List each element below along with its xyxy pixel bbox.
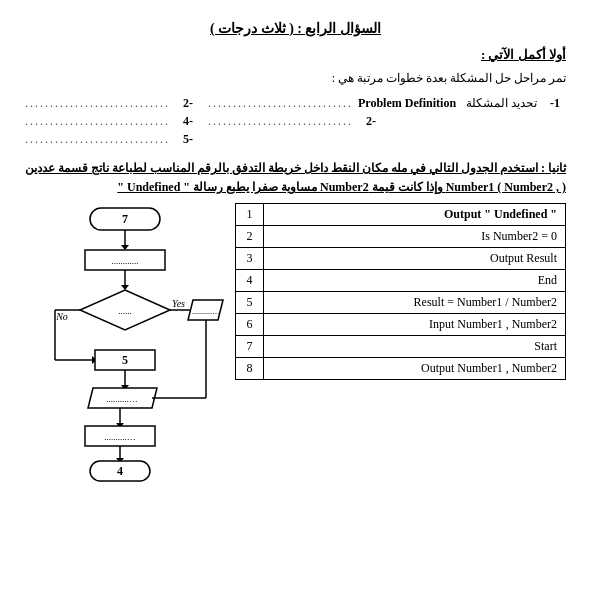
row-number: 7 xyxy=(236,336,264,358)
row-text: Output Number1 , Number2 xyxy=(264,358,566,380)
row-text: Input Number1 , Number2 xyxy=(264,314,566,336)
row-number: 4 xyxy=(236,270,264,292)
svg-text:4: 4 xyxy=(117,464,123,478)
content-area: 7 ............ ...... Yes No ..........… xyxy=(25,203,566,487)
table-row: 1Output " Undefined " xyxy=(236,204,566,226)
row-text: Output " Undefined " xyxy=(264,204,566,226)
svg-text:..........…: ..........… xyxy=(192,307,220,316)
svg-text:............: ............ xyxy=(112,256,139,266)
table-row: 6Input Number1 , Number2 xyxy=(236,314,566,336)
row-text: Start xyxy=(264,336,566,358)
svg-text:......: ...... xyxy=(118,306,132,316)
table-row: 7Start xyxy=(236,336,566,358)
svg-text:Yes: Yes xyxy=(172,298,185,309)
row-text: End xyxy=(264,270,566,292)
table-row: 5Result = Number1 / Number2 xyxy=(236,292,566,314)
step-3: -5 ............................. xyxy=(25,132,566,147)
row-text: Output Result xyxy=(264,248,566,270)
second-title: ثانيا : استخدم الجدول التالي في مله مكان… xyxy=(25,159,566,197)
row-number: 5 xyxy=(236,292,264,314)
svg-text:..........…: ..........… xyxy=(106,394,138,404)
row-number: 2 xyxy=(236,226,264,248)
step-1: 1- تحديد المشكلة Problem Definition ....… xyxy=(25,96,566,111)
svg-text:..........…: ..........… xyxy=(104,432,136,442)
row-text: Result = Number1 / Number2 xyxy=(264,292,566,314)
table-row: 8Output Number1 , Number2 xyxy=(236,358,566,380)
row-number: 3 xyxy=(236,248,264,270)
flowchart: 7 ............ ...... Yes No ..........… xyxy=(25,203,225,487)
algorithm-table: 1Output " Undefined "2Is Number2 = 03Out… xyxy=(235,203,566,380)
table-row: 4End xyxy=(236,270,566,292)
section1-title: أولا أكمل الآتي : xyxy=(25,47,566,63)
svg-text:7: 7 xyxy=(122,212,128,226)
step-2: -2 ............................. -4 ....… xyxy=(25,114,566,129)
row-number: 8 xyxy=(236,358,264,380)
svg-text:5: 5 xyxy=(122,353,128,367)
row-text: Is Number2 = 0 xyxy=(264,226,566,248)
table-row: 3Output Result xyxy=(236,248,566,270)
main-title: السؤال الرابع : ( ثلاث درجات ) xyxy=(25,20,566,37)
row-number: 6 xyxy=(236,314,264,336)
svg-text:No: No xyxy=(55,311,68,322)
steps-list: 1- تحديد المشكلة Problem Definition ....… xyxy=(25,96,566,147)
table-area: 1Output " Undefined "2Is Number2 = 03Out… xyxy=(235,203,566,487)
intro-text: تمر مراحل حل المشكلة بعدة خطوات مرتبة هي… xyxy=(25,71,566,86)
row-number: 1 xyxy=(236,204,264,226)
table-row: 2Is Number2 = 0 xyxy=(236,226,566,248)
